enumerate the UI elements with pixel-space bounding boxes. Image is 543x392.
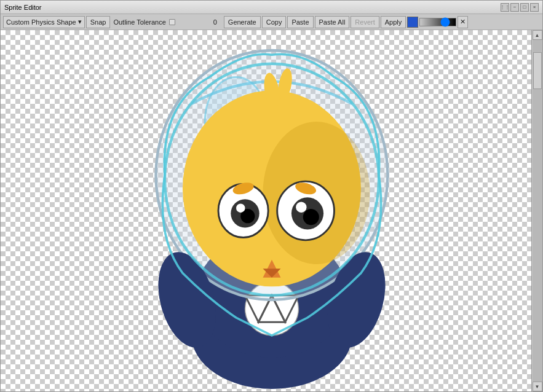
copy-button[interactable]: Copy: [262, 16, 287, 28]
canvas-area[interactable]: ▲ ▼: [1, 30, 542, 391]
tolerance-slider[interactable]: [169, 18, 206, 26]
revert-button[interactable]: Revert: [351, 16, 379, 28]
apply-button[interactable]: Apply: [381, 16, 406, 28]
tolerance-slider-container: 0: [169, 18, 223, 26]
scrollbar-right[interactable]: ▲ ▼: [531, 30, 542, 391]
scrollbar-thumb[interactable]: [533, 52, 542, 89]
toolbar: Custom Physics Shape ▾ Snap Outline Tole…: [1, 14, 542, 30]
extra-icon-btn[interactable]: ✕: [458, 16, 468, 28]
title-bar: Sprite Editor ⋮⋮ − □ ×: [1, 1, 542, 14]
color-swatch[interactable]: [407, 17, 418, 28]
paste-button[interactable]: Paste: [287, 16, 313, 28]
svg-point-20: [236, 203, 245, 213]
window-title: Sprite Editor: [4, 4, 42, 11]
scroll-up-btn[interactable]: ▲: [533, 30, 542, 40]
mode-dropdown[interactable]: Custom Physics Shape ▾: [3, 16, 85, 28]
close-btn[interactable]: ×: [530, 3, 539, 12]
slider-value: 0: [208, 18, 223, 26]
mode-dropdown-arrow: ▾: [78, 18, 82, 26]
generate-button[interactable]: Generate: [224, 16, 261, 28]
scrollbar-track[interactable]: [533, 40, 542, 382]
snap-button[interactable]: Snap: [86, 16, 111, 28]
alpha-slider[interactable]: [419, 18, 456, 26]
svg-point-19: [303, 209, 319, 225]
svg-point-21: [296, 202, 306, 213]
maximize-btn[interactable]: □: [520, 3, 529, 12]
minimize-btn[interactable]: −: [510, 3, 519, 12]
outline-tolerance-label: Outline Tolerance: [111, 18, 167, 26]
menu-icon-btn[interactable]: ⋮⋮: [501, 3, 509, 12]
paste-all-button[interactable]: Paste All: [315, 16, 350, 28]
sprite-wrapper: [1, 30, 542, 391]
scroll-down-btn[interactable]: ▼: [533, 382, 542, 391]
sprite-svg: [41, 33, 502, 389]
sprite-editor-window: Sprite Editor ⋮⋮ − □ × Custom Physics Sh…: [0, 0, 543, 392]
mode-label: Custom Physics Shape: [6, 18, 76, 26]
